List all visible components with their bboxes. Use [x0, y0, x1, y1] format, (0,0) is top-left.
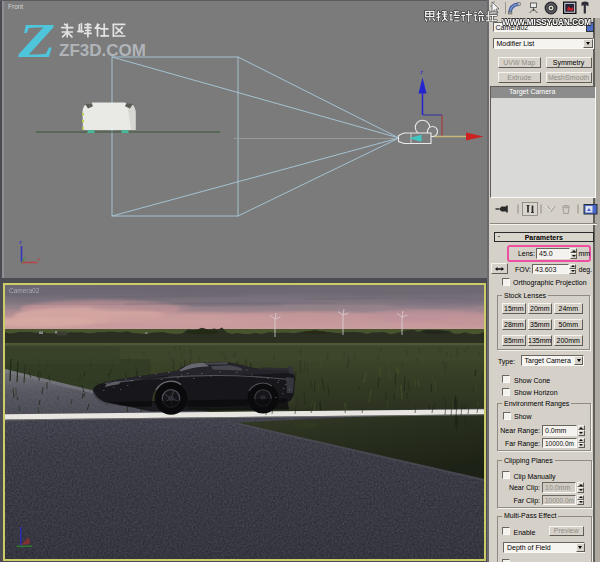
svg-text:Front: Front — [8, 3, 23, 10]
svg-text:x: x — [38, 256, 41, 262]
svg-text:z: z — [19, 239, 22, 245]
svg-text:z: z — [420, 69, 423, 75]
svg-text:Camera02: Camera02 — [9, 287, 40, 294]
svg-text:ZF3D.COM: ZF3D.COM — [59, 41, 146, 60]
svg-text:Z: Z — [17, 14, 55, 68]
